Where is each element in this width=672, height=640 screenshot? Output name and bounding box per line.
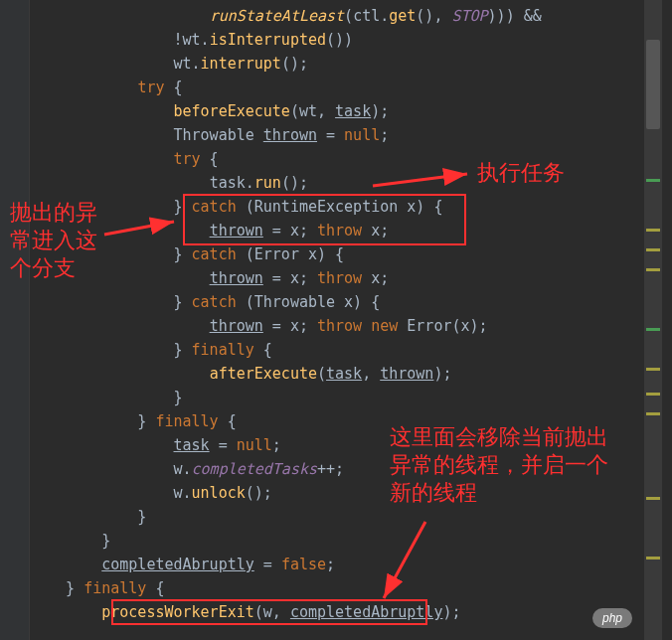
annotation-bottom-right: 这里面会移除当前抛出异常的线程，并启一个新的线程 [390, 423, 618, 507]
code-line: thrown = x; throw x; [30, 266, 642, 290]
scrollbar-thumb[interactable] [646, 40, 660, 129]
scroll-marker [646, 497, 660, 500]
code-line: } finally { [30, 338, 642, 362]
scroll-marker [646, 393, 660, 396]
code-line: runStateAtLeast(ctl.get(), STOP))) && [30, 4, 642, 28]
scroll-marker [646, 248, 660, 251]
scroll-marker [646, 557, 660, 560]
code-line: !wt.isInterrupted()) [30, 28, 642, 52]
code-line: processWorkerExit(w, completedAbruptly); [30, 600, 642, 624]
scroll-marker [646, 368, 660, 371]
code-line: beforeExecute(wt, task); [30, 99, 642, 123]
annotation-top-right: 执行任务 [477, 159, 565, 187]
scroll-marker [646, 179, 660, 182]
code-line: } catch (Error x) { [30, 242, 642, 266]
php-badge: php [592, 608, 632, 628]
code-line: } catch (RuntimeException x) { [30, 195, 642, 219]
code-line: try { [30, 76, 642, 99]
code-line: afterExecute(task, thrown); [30, 362, 642, 386]
editor-gutter [0, 0, 30, 640]
scroll-marker [646, 412, 660, 415]
scroll-marker [646, 328, 660, 331]
code-line: } catch (Throwable x) { [30, 290, 642, 314]
code-editor: runStateAtLeast(ctl.get(), STOP))) && !w… [30, 0, 642, 640]
code-line: thrown = x; throw new Error(x); [30, 314, 642, 338]
code-line: Throwable thrown = null; [30, 123, 642, 147]
scrollbar-track[interactable] [644, 0, 662, 640]
code-line: } [30, 505, 642, 529]
code-line: } finally { [30, 576, 642, 600]
scroll-marker [646, 268, 660, 271]
code-line: thrown = x; throw x; [30, 219, 642, 242]
code-line: wt.interrupt(); [30, 52, 642, 76]
annotation-left: 抛出的异常进入这个分支 [10, 199, 109, 282]
code-line: } [30, 529, 642, 553]
code-line: } [30, 386, 642, 409]
scroll-marker [646, 229, 660, 232]
code-line: completedAbruptly = false; [30, 553, 642, 576]
